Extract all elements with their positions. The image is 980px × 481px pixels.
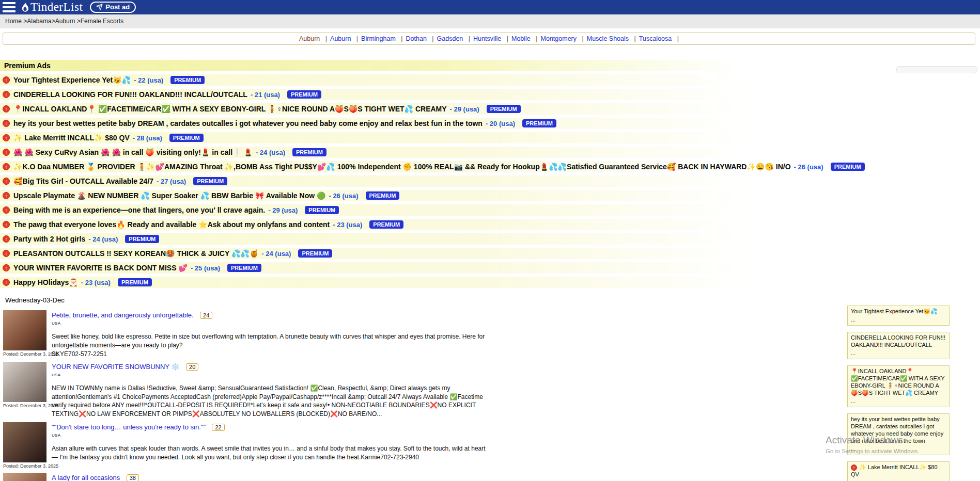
premium-ad-title[interactable]: The pawg that everyone loves🔥 Ready and … [13, 220, 330, 229]
city-link-birmingham[interactable]: Birmingham [361, 35, 402, 42]
premium-ad-row[interactable]: ↑ CINDERELLA LOOKING FOR FUN!!! OAKLAND!… [0, 89, 808, 100]
city-links-bar: Auburn Auburn Birmingham Dothan Gadsden … [3, 33, 975, 45]
paper-plane-icon [96, 4, 103, 10]
premium-ad-title[interactable]: PLEASANTON OUTCALLS !! SEXY KOREAN🥵 THIC… [13, 249, 258, 258]
premium-badge: PREMIUM [366, 191, 400, 200]
premium-ad-age: - 29 (usa) [450, 105, 479, 113]
premium-ad-row[interactable]: ↑ ✨ Lake Merritt INCALL✨ $80 QV - 28 (us… [0, 132, 808, 143]
posted-date: Posted: December 3, 2025 [3, 403, 50, 408]
premium-badge: PREMIUM [125, 235, 159, 243]
listing-content: ""Don't stare too long… unless you're re… [52, 422, 511, 461]
city-link-muscle-shoals[interactable]: Muscle Shoals [587, 35, 636, 42]
listing-row[interactable]: Posted: December 3, 2025 ""Don't stare t… [0, 422, 511, 469]
listing-photo[interactable] [3, 473, 46, 481]
up-arrow-icon: ↑ [3, 91, 10, 98]
city-link-tuscaloosa[interactable]: Tuscaloosa [639, 35, 679, 42]
premium-ad-row[interactable]: ↑ 🌺 🌺 Sexy CuRvy Asian 🌺 🌺 in call 🍑 vis… [0, 147, 808, 158]
premium-ad-title[interactable]: 📍INCALL OAKLAND📍 ✅FACETIME/CAR✅ WITH A S… [13, 105, 447, 113]
premium-ad-age: - 26 (usa) [794, 163, 823, 171]
city-link-dothan[interactable]: Dothan [406, 35, 434, 42]
premium-ad-row[interactable]: ↑ Happy HOlidays🎅 - 23 (usa) PREMIUM [0, 277, 808, 288]
premium-sidebar: Your Tightest Experience Yet😼💦 ... CINDE… [847, 306, 950, 481]
sidebar-ad-title: ↑✨ Lake Merritt INCALL✨ $80 QV [851, 464, 946, 478]
premium-ad-row[interactable]: ↑ 🥰Big Tits Girl - OUTCALL Available 24/… [0, 175, 808, 187]
premium-ad-title[interactable]: Upscale Playmate 🌋 NEW NUMBER 💦 Super So… [13, 191, 325, 200]
premium-badge: PREMIUM [522, 119, 556, 127]
premium-ad-age: - 24 (usa) [256, 149, 285, 156]
premium-badge: PREMIUM [227, 264, 261, 272]
premium-ad-row[interactable]: ↑ The pawg that everyone loves🔥 Ready an… [0, 219, 808, 230]
premium-ad-title[interactable]: 🥰Big Tits Girl - OUTCALL Available 24/7 [13, 177, 153, 185]
brand-name: TinderList [30, 1, 83, 14]
premium-ad-title[interactable]: Being with me is an experience—one that … [13, 206, 265, 214]
city-link-auburn[interactable]: Auburn [330, 35, 358, 42]
premium-ad-title[interactable]: Happy HOlidays🎅 [13, 278, 78, 286]
up-arrow-icon: ↑ [3, 279, 10, 286]
premium-ad-title[interactable]: 🌺 🌺 Sexy CuRvy Asian 🌺 🌺 in call 🍑 visit… [13, 148, 253, 156]
up-arrow-icon: ↑ [3, 221, 10, 228]
premium-badge: PREMIUM [487, 105, 521, 113]
age-badge: 38 [127, 474, 139, 481]
premium-ads-heading: Premium Ads [0, 60, 808, 71]
premium-ad-age: - 23 (usa) [333, 221, 362, 229]
sidebar-ad-box[interactable]: hey its your best wettes petite baby DRE… [847, 413, 950, 455]
premium-ad-row[interactable]: ↑ ✨K.O Daa NUMBER 🏅 PROVIDER 🧍✨💕AMAZING … [0, 161, 808, 172]
sidebar-ad-more: ... [851, 479, 946, 481]
listing-photo[interactable] [3, 310, 46, 350]
listing-title-link[interactable]: A lady for all occasions [52, 474, 120, 481]
sidebar-ad-box[interactable]: CINDERELLA LOOKING FOR FUN!!! OAKLAND!!!… [847, 332, 950, 359]
premium-ad-title[interactable]: hey its your best wettes petite baby DRE… [13, 119, 483, 127]
up-arrow-icon: ↑ [3, 149, 10, 156]
sidebar-ad-box[interactable]: 📍INCALL OAKLAND📍 ✅FACETIME/CAR✅ WITH A S… [847, 365, 950, 407]
up-arrow-icon: ↑ [3, 105, 10, 113]
premium-ad-row[interactable]: ↑ Party with 2 Hot girls - 24 (usa) PREM… [0, 233, 808, 245]
premium-ad-title[interactable]: Party with 2 Hot girls [13, 235, 85, 243]
breadcrumb[interactable]: Home >Alabama>Auburn >Female Escorts [0, 14, 980, 28]
sidebar-ad-more: ... [851, 398, 946, 405]
listing-photo[interactable] [3, 362, 46, 402]
posted-date: Posted: December 3, 2025 [3, 463, 50, 469]
premium-ad-row[interactable]: ↑ Upscale Playmate 🌋 NEW NUMBER 💦 Super … [0, 190, 808, 201]
premium-ad-row[interactable]: ↑ Being with me is an experience—one tha… [0, 204, 808, 216]
listing-title-link[interactable]: ""Don't stare too long… unless you're re… [52, 423, 206, 431]
premium-badge: PREMIUM [118, 278, 152, 286]
listing-title-link[interactable]: YOUR NEW FAVORITE SNOWBUNNY ❄️ [52, 363, 180, 371]
premium-badge: PREMIUM [292, 148, 326, 156]
up-arrow-icon: ↑ [3, 206, 10, 214]
premium-ad-row[interactable]: ↑ hey its your best wettes petite baby D… [0, 118, 808, 129]
premium-badge: PREMIUM [193, 177, 227, 185]
premium-badge: PREMIUM [831, 163, 865, 171]
premium-ad-title[interactable]: Your Tightest Experience Yet😼💦 [13, 76, 131, 84]
premium-ad-row[interactable]: ↑ PLEASANTON OUTCALLS !! SEXY KOREAN🥵 TH… [0, 248, 808, 259]
scrollbar-horizontal[interactable] [896, 66, 977, 73]
listing-row[interactable]: Posted: December 3, 2025 Petite, brunett… [0, 310, 511, 358]
posted-date: Posted: December 3, 2025 [3, 351, 50, 357]
premium-ad-row[interactable]: ↑ YOUR WINTER FAVORITE IS BACK DONT MISS… [0, 262, 808, 274]
city-link-huntsville[interactable]: Huntsville [473, 35, 508, 42]
hamburger-menu-icon[interactable] [3, 2, 15, 12]
city-link-gadsden[interactable]: Gadsden [437, 35, 470, 42]
listing-title-link[interactable]: Petite, brunette, and dangerously unforg… [52, 311, 194, 319]
post-ad-button[interactable]: Post ad [90, 2, 136, 13]
up-arrow-icon: ↑ [851, 464, 857, 471]
sidebar-ad-box[interactable]: ↑✨ Lake Merritt INCALL✨ $80 QV ... [847, 461, 950, 481]
sidebar-ad-box[interactable]: Your Tightest Experience Yet😼💦 ... [847, 306, 950, 326]
city-link-montgomery[interactable]: Montgomery [541, 35, 584, 42]
listing-content: A lady for all occasions 38 USA [52, 473, 511, 481]
premium-ad-title[interactable]: YOUR WINTER FAVORITE IS BACK DONT MISS 💕 [13, 264, 188, 272]
listings-section: Wednesday-03-Dec Posted: December 3, 202… [0, 296, 511, 481]
listing-description: Sweet like honey, bold like espresso. Pe… [52, 332, 490, 349]
city-link-auburn-current[interactable]: Auburn [299, 35, 327, 42]
listing-row[interactable]: Posted: December 3, 2025 YOUR NEW FAVORI… [0, 362, 511, 418]
premium-ad-title[interactable]: CINDERELLA LOOKING FOR FUN!!! OAKLAND!!!… [13, 90, 247, 99]
premium-ad-title[interactable]: ✨ Lake Merritt INCALL✨ $80 QV [13, 134, 130, 142]
brand-logo[interactable]: TinderList [21, 1, 83, 14]
premium-ad-row[interactable]: ↑ Your Tightest Experience Yet😼💦 - 22 (u… [0, 74, 808, 86]
premium-badge: PREMIUM [298, 249, 332, 258]
city-link-mobile[interactable]: Mobile [511, 35, 538, 42]
premium-ad-age: - 25 (usa) [191, 264, 220, 272]
listing-photo[interactable] [3, 422, 46, 462]
premium-ad-row[interactable]: ↑ 📍INCALL OAKLAND📍 ✅FACETIME/CAR✅ WITH A… [0, 103, 808, 115]
premium-ad-title[interactable]: ✨K.O Daa NUMBER 🏅 PROVIDER 🧍✨💕AMAZING Th… [13, 163, 791, 171]
listing-row[interactable]: A lady for all occasions 38 USA [0, 473, 511, 481]
